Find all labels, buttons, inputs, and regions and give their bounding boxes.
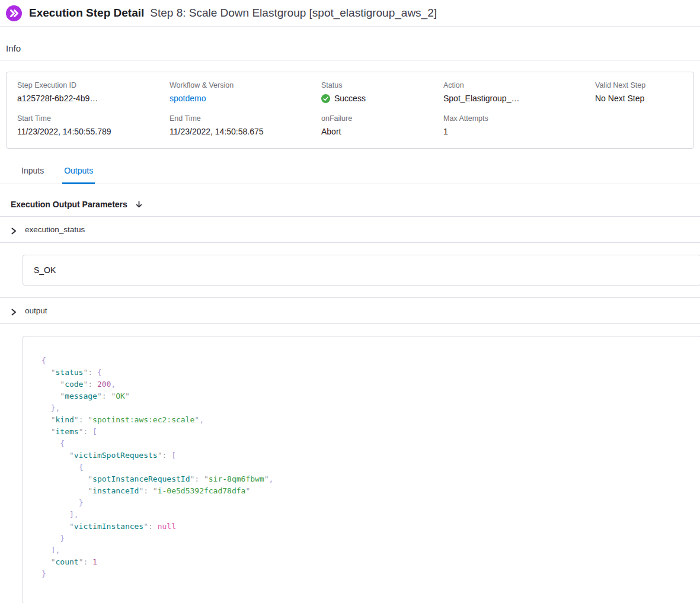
field-label: Start Time [17, 114, 170, 123]
output-params-title: Execution Output Parameters [11, 200, 127, 209]
page-subtitle: Step 8: Scale Down Elastgroup [spot_elas… [150, 7, 437, 20]
json-code: { "status": { "code": 200, "message": "O… [41, 355, 689, 580]
arrow-down-icon[interactable] [135, 200, 143, 209]
workflow-link[interactable]: spotdemo [170, 94, 321, 103]
field-value: 11/23/2022, 14:50:58.675 [170, 127, 321, 136]
field-value: Abort [321, 127, 443, 136]
page-title: Execution Step Detail [29, 7, 144, 20]
status-text: Success [334, 94, 366, 103]
field-value: Spot_Elastigroup_… [443, 94, 595, 103]
output-code-box: { "status": { "code": 200, "message": "O… [23, 336, 700, 603]
tab-bar: Inputs Outputs [0, 160, 700, 184]
field-end-time: End Time 11/23/2022, 14:50:58.675 [170, 114, 321, 136]
info-card: Step Execution ID a125728f-6b22-4b9… Wor… [6, 72, 694, 149]
field-label: Action [443, 81, 595, 89]
brand-logo-icon [6, 5, 22, 21]
param-name: output [25, 306, 47, 315]
execution-status-value-box: S_OK [23, 255, 700, 286]
field-max-attempts: Max Attempts 1 [443, 114, 595, 136]
field-label: End Time [170, 114, 321, 123]
field-step-execution-id: Step Execution ID a125728f-6b22-4b9… [17, 81, 170, 103]
param-name: execution_status [25, 225, 85, 234]
field-value: 11/23/2022, 14:50:55.789 [17, 127, 170, 136]
tab-inputs[interactable]: Inputs [20, 160, 46, 184]
param-row-execution-status[interactable]: execution_status [0, 217, 700, 243]
field-status: Status Success [321, 81, 443, 103]
field-label: Workflow & Version [170, 81, 321, 89]
field-label: Step Execution ID [17, 81, 170, 89]
field-label: Valid Next Step [595, 81, 693, 89]
success-check-icon [321, 94, 330, 103]
field-label: Max Attempts [443, 114, 595, 123]
field-label: Status [321, 81, 443, 89]
field-label: onFailure [321, 114, 443, 123]
field-start-time: Start Time 11/23/2022, 14:50:55.789 [17, 114, 170, 136]
field-value: 1 [443, 127, 595, 136]
tab-outputs[interactable]: Outputs [62, 160, 95, 184]
chevron-right-icon[interactable] [10, 307, 17, 315]
app-header: Execution Step Detail Step 8: Scale Down… [0, 0, 700, 27]
info-section-heading: Info [0, 27, 700, 60]
field-on-failure: onFailure Abort [321, 114, 443, 136]
field-action: Action Spot_Elastigroup_… [443, 81, 595, 103]
chevron-right-icon[interactable] [10, 226, 17, 233]
param-row-output[interactable]: output [0, 297, 700, 324]
field-value: a125728f-6b22-4b9… [17, 94, 170, 103]
output-params-header: Execution Output Parameters [0, 191, 700, 217]
field-workflow-version: Workflow & Version spotdemo [170, 81, 321, 103]
field-valid-next-step: Valid Next Step No Next Step [595, 81, 693, 103]
field-value: No Next Step [595, 94, 693, 103]
